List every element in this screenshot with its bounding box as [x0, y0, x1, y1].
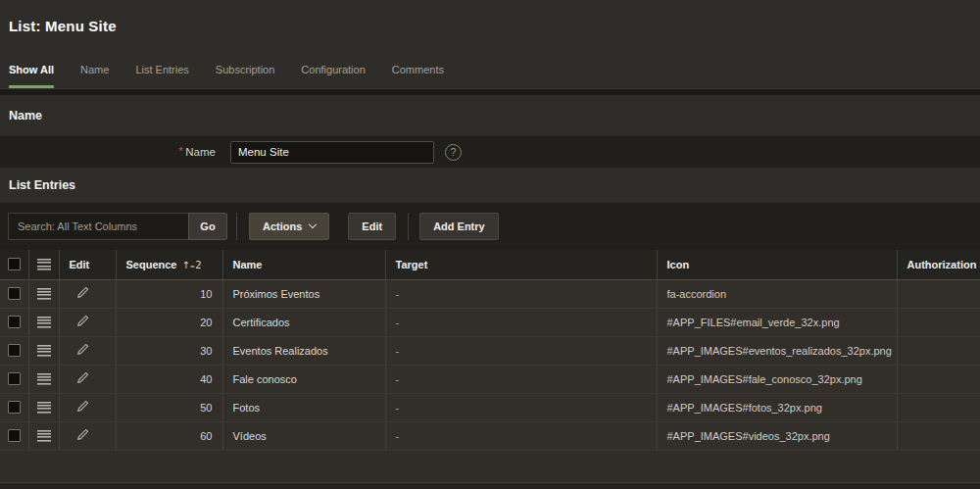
search-input[interactable] — [8, 213, 188, 240]
grid-header-row: Edit Sequence↑₌2 Name Target Icon Author… — [0, 250, 980, 279]
row-checkbox[interactable] — [8, 401, 21, 414]
row-menu-icon[interactable] — [37, 345, 51, 357]
table-row: 50 Fotos - #APP_IMAGES#fotos_32px.png — [0, 393, 980, 421]
sort-ascending-icon: ↑₌2 — [181, 260, 201, 270]
edit-pencil-icon[interactable] — [75, 370, 90, 385]
row-selector-menu-icon[interactable] — [37, 259, 51, 270]
tab-subscription[interactable]: Subscription — [216, 61, 275, 85]
row-checkbox[interactable] — [8, 316, 21, 328]
name-field-label-wrap: *Name — [0, 146, 216, 158]
tabs-separator — [0, 88, 980, 95]
name-form-row: *Name ? — [0, 136, 980, 168]
cell-target: - — [385, 365, 657, 393]
cell-authorization — [897, 393, 980, 421]
search-group: Go — [8, 213, 227, 240]
col-header-icon[interactable]: Icon — [657, 250, 897, 279]
tab-configuration[interactable]: Configuration — [301, 61, 365, 85]
table-row: 40 Fale conosco - #APP_IMAGES#fale_conos… — [0, 365, 980, 393]
tab-list-entries[interactable]: List Entries — [135, 61, 188, 85]
cell-sequence: 20 — [116, 308, 222, 336]
name-field-label: Name — [185, 146, 216, 158]
tab-label: Comments — [392, 64, 444, 75]
cell-target: - — [385, 336, 657, 365]
toolbar-divider — [236, 213, 237, 240]
help-icon[interactable]: ? — [445, 144, 462, 161]
col-header-name[interactable]: Name — [222, 250, 385, 279]
cell-sequence: 60 — [116, 421, 222, 450]
col-header-target[interactable]: Target — [385, 250, 657, 279]
name-input[interactable] — [230, 141, 434, 164]
active-tab-underline — [9, 85, 54, 88]
list-entries-section-title: List Entries — [9, 178, 75, 192]
actions-button[interactable]: Actions — [249, 213, 329, 240]
page: List: Menu Site Show All Name List Entri… — [0, 0, 980, 489]
tab-show-all[interactable]: Show All — [9, 61, 54, 85]
tab-label: Show All — [9, 64, 54, 75]
add-entry-button[interactable]: Add Entry — [419, 213, 499, 240]
col-label: Sequence — [126, 259, 177, 270]
page-header: List: Menu Site — [0, 0, 980, 61]
col-header-edit[interactable]: Edit — [59, 250, 116, 279]
footer-strip — [0, 482, 980, 489]
cell-sequence: 10 — [116, 279, 222, 308]
edit-pencil-icon[interactable] — [75, 342, 90, 357]
edit-pencil-icon[interactable] — [75, 427, 90, 442]
cell-sequence: 30 — [116, 336, 222, 365]
cell-sequence: 40 — [116, 365, 222, 393]
edit-pencil-icon[interactable] — [75, 314, 90, 328]
tab-name[interactable]: Name — [80, 61, 109, 85]
table-row: 10 Próximos Eventos - fa-accordion — [0, 279, 980, 308]
name-section-header: Name — [0, 95, 980, 136]
tab-comments[interactable]: Comments — [392, 61, 444, 85]
row-menu-icon[interactable] — [37, 402, 51, 414]
go-button[interactable]: Go — [188, 213, 227, 240]
col-header-sequence[interactable]: Sequence↑₌2 — [116, 250, 222, 279]
tab-bar: Show All Name List Entries Subscription … — [0, 61, 980, 88]
chevron-down-icon — [309, 220, 317, 228]
col-header-authorization[interactable]: Authorization Scheme — [897, 250, 980, 279]
cell-name: Próximos Eventos — [222, 279, 385, 308]
table-row: 60 Vídeos - #APP_IMAGES#videos_32px.png — [0, 421, 980, 450]
grid-footer-gap — [0, 451, 980, 483]
row-checkbox[interactable] — [8, 287, 21, 300]
page-title: List: Menu Site — [9, 18, 970, 34]
row-checkbox[interactable] — [8, 429, 21, 442]
required-asterisk-icon: * — [178, 146, 182, 157]
table-row: 30 Eventos Realizados - #APP_IMAGES#even… — [0, 336, 980, 365]
cell-authorization — [897, 279, 980, 308]
cell-target: - — [385, 279, 657, 308]
toolbar-divider — [408, 213, 409, 240]
edit-pencil-icon[interactable] — [75, 285, 90, 300]
row-menu-icon[interactable] — [37, 317, 51, 328]
name-section-title: Name — [9, 109, 42, 122]
cell-icon: #APP_FILES#email_verde_32x.png — [657, 308, 897, 336]
row-menu-icon[interactable] — [37, 373, 51, 385]
cell-icon: #APP_IMAGES#eventos_realizados_32px.png — [657, 336, 897, 365]
cell-icon: #APP_IMAGES#fale_conosco_32px.png — [657, 365, 897, 393]
cell-name: Fotos — [222, 393, 385, 421]
cell-authorization — [897, 421, 980, 450]
cell-name: Vídeos — [222, 421, 385, 450]
cell-name: Fale conosco — [222, 365, 385, 393]
cell-authorization — [897, 365, 980, 393]
tab-label: Configuration — [301, 64, 365, 75]
cell-authorization — [897, 336, 980, 365]
edit-button[interactable]: Edit — [348, 213, 396, 240]
tab-label: List Entries — [135, 64, 188, 75]
row-checkbox[interactable] — [8, 372, 21, 385]
cell-icon: #APP_IMAGES#fotos_32px.png — [657, 393, 897, 421]
row-checkbox[interactable] — [8, 344, 21, 357]
cell-authorization — [897, 308, 980, 336]
cell-icon: fa-accordion — [657, 279, 897, 308]
tab-label: Subscription — [216, 64, 275, 75]
cell-name: Certificados — [222, 308, 385, 336]
cell-target: - — [385, 308, 657, 336]
select-all-checkbox[interactable] — [8, 258, 21, 270]
row-menu-icon[interactable] — [37, 430, 51, 442]
list-entries-grid: Edit Sequence↑₌2 Name Target Icon Author… — [0, 250, 980, 451]
edit-pencil-icon[interactable] — [75, 399, 90, 414]
table-row: 20 Certificados - #APP_FILES#email_verde… — [0, 308, 980, 336]
row-menu-icon[interactable] — [37, 288, 51, 300]
list-entries-section-header: List Entries — [0, 168, 980, 203]
list-entries-toolbar: Go Actions Edit Add Entry — [0, 203, 980, 250]
